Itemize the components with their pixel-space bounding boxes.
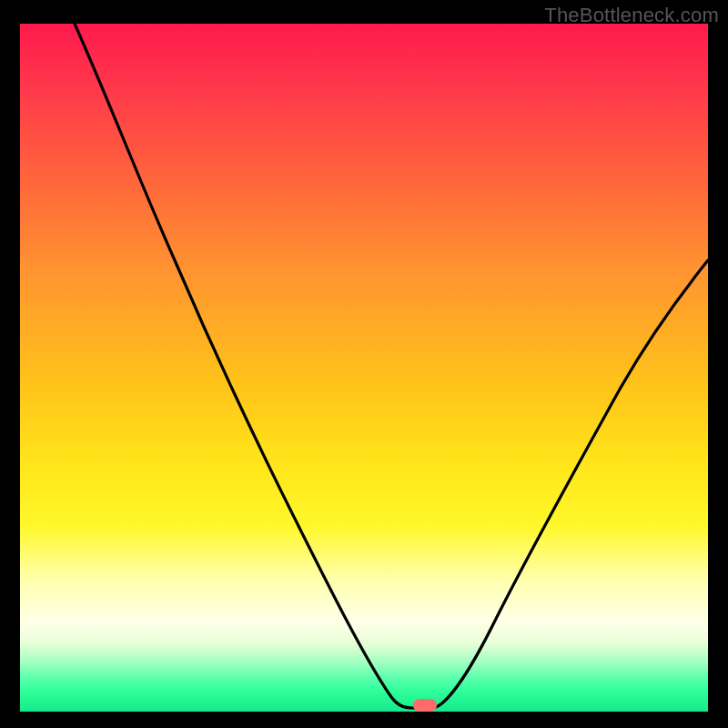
plot-area: [20, 24, 708, 712]
watermark-text: TheBottleneck.com: [544, 4, 719, 27]
chart-frame: TheBottleneck.com: [0, 0, 728, 728]
curve-layer: [20, 24, 708, 712]
bottleneck-curve: [75, 24, 708, 708]
optimal-marker: [413, 699, 437, 712]
